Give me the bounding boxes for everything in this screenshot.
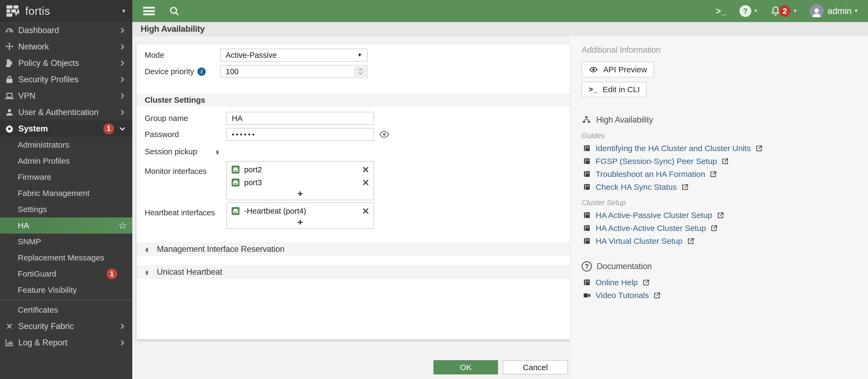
- cluster-setup-label: Cluster Setup: [582, 199, 868, 207]
- sidebar-item-system[interactable]: System 1: [0, 120, 132, 137]
- cluster-setup-link[interactable]: HA Virtual Cluster Setup: [596, 236, 682, 246]
- online-help-link[interactable]: Online Help: [596, 278, 638, 287]
- sidebar-header[interactable]: fortis ▼: [0, 0, 132, 22]
- external-link-icon: [642, 279, 650, 286]
- heartbeat-interfaces-row: Heartbeat interfaces -Heartbeat (port4) …: [136, 202, 570, 229]
- guide-link[interactable]: Troubleshoot an HA Formation: [596, 169, 705, 179]
- submenu-item-ha-active[interactable]: HA ☆: [0, 217, 132, 233]
- device-priority-row: Device priority i 100: [136, 65, 570, 78]
- guide-link[interactable]: Identifying the HA Cluster and Cluster U…: [596, 144, 751, 153]
- show-password-eye-icon[interactable]: [379, 129, 390, 140]
- form-actions: OK Cancel: [132, 360, 570, 374]
- external-link-icon: [717, 212, 725, 219]
- external-link-icon: [687, 238, 695, 245]
- book-icon: [583, 183, 591, 191]
- cluster-setup-link[interactable]: HA Active-Passive Cluster Setup: [596, 211, 712, 220]
- additional-information-heading: Additional Information: [582, 45, 868, 55]
- documentation-title: Documentation: [597, 261, 652, 271]
- info-icon[interactable]: i: [197, 67, 206, 76]
- submenu-item-settings[interactable]: Settings: [0, 201, 132, 217]
- sidebar-item-user-authentication[interactable]: User & Authentication: [0, 104, 132, 120]
- add-interface-button[interactable]: +: [227, 217, 373, 227]
- search-icon[interactable]: [169, 6, 180, 17]
- cluster-sitemap-icon: [582, 116, 591, 124]
- submenu-label: Certificates: [18, 305, 58, 315]
- password-input[interactable]: ••••••: [226, 128, 374, 141]
- edit-in-cli-button[interactable]: >_ Edit in CLI: [582, 82, 647, 97]
- notifications-menu[interactable]: 2 ▼: [770, 5, 797, 17]
- interface-name: port3: [244, 178, 262, 187]
- sidebar-item-vpn[interactable]: VPN: [0, 88, 132, 104]
- document-icon: [5, 58, 17, 68]
- edit-in-cli-label: Edit in CLI: [602, 85, 640, 94]
- interface-entry-heartbeat[interactable]: -Heartbeat (port4): [227, 204, 373, 217]
- sidebar-item-label: Network: [18, 42, 49, 52]
- interface-entry-port2[interactable]: port2: [227, 163, 373, 176]
- cluster-setup-link[interactable]: HA Active-Active Cluster Setup: [596, 224, 706, 233]
- ok-button[interactable]: OK: [433, 360, 498, 374]
- vdom-caret-icon[interactable]: ▼: [121, 8, 126, 14]
- submenu-item-feature-visibility[interactable]: Feature Visibility: [0, 282, 132, 298]
- ha-form-card: Mode Active-Passive ▼ Device priority i …: [136, 44, 570, 340]
- add-interface-button[interactable]: +: [227, 189, 373, 199]
- remove-icon[interactable]: [362, 179, 369, 186]
- favorite-star-icon[interactable]: ☆: [118, 220, 127, 231]
- api-preview-label: API Preview: [603, 65, 647, 74]
- external-link-icon: [709, 170, 717, 178]
- mode-select[interactable]: Active-Passive ▼: [220, 49, 368, 62]
- monitor-interfaces-label: Monitor interfaces: [145, 167, 226, 176]
- sidebar-item-security-fabric[interactable]: Security Fabric: [0, 318, 132, 335]
- number-stepper[interactable]: [354, 66, 366, 76]
- submenu-item-admin-profiles[interactable]: Admin Profiles: [0, 153, 132, 169]
- chevron-right-icon: [119, 339, 126, 346]
- book-icon: [583, 211, 591, 219]
- external-link-icon: [721, 158, 729, 165]
- section-management-interface-reservation[interactable]: ◐ Management Interface Reservation: [136, 242, 570, 256]
- submenu-divider: [0, 300, 132, 300]
- submenu-item-certificates[interactable]: Certificates: [0, 302, 132, 318]
- sidebar-item-label: VPN: [18, 91, 35, 101]
- submenu-item-snmp[interactable]: SNMP: [0, 233, 132, 250]
- remove-icon[interactable]: [362, 208, 369, 215]
- sidebar-item-label: Policy & Objects: [18, 58, 79, 68]
- submenu-item-firmware[interactable]: Firmware: [0, 169, 132, 185]
- help-menu[interactable]: ? ▼: [740, 5, 758, 17]
- help-panel: Additional Information API Preview >_ Ed…: [570, 36, 868, 379]
- section-unicast-heartbeat[interactable]: ◐ Unicast Heartbeat: [136, 265, 570, 279]
- monitor-interfaces-row: Monitor interfaces port2: [136, 161, 570, 200]
- mode-value: Active-Passive: [226, 51, 277, 60]
- guides-label: Guides: [582, 132, 868, 140]
- ethernet-port-icon: [231, 178, 240, 187]
- sidebar-item-policy-objects[interactable]: Policy & Objects: [0, 55, 132, 71]
- hamburger-menu-icon[interactable]: [143, 7, 155, 15]
- video-camera-icon: [583, 291, 591, 299]
- guide-link[interactable]: Check HA Sync Status: [596, 183, 677, 192]
- api-preview-button[interactable]: API Preview: [582, 62, 654, 77]
- video-tutorials-link[interactable]: Video Tutorials: [596, 291, 649, 300]
- admin-menu[interactable]: admin ▼: [810, 4, 858, 18]
- device-priority-input[interactable]: 100: [220, 65, 368, 78]
- guide-link[interactable]: FGSP (Session-Sync) Peer Setup: [596, 157, 717, 166]
- submenu-label: Administrators: [18, 140, 69, 150]
- submenu-item-administrators[interactable]: Administrators: [0, 137, 132, 153]
- sidebar-item-security-profiles[interactable]: Security Profiles: [0, 71, 132, 88]
- remove-icon[interactable]: [362, 166, 369, 173]
- interface-entry-port3[interactable]: port3: [227, 176, 373, 189]
- admin-username: admin: [827, 6, 851, 16]
- ethernet-port-icon: [231, 165, 240, 174]
- cli-console-icon[interactable]: >_: [716, 6, 727, 16]
- password-row: Password ••••••: [136, 128, 570, 141]
- gauge-icon: [5, 26, 17, 35]
- sidebar-item-label: System: [18, 124, 48, 134]
- group-name-input[interactable]: HA: [226, 112, 374, 125]
- submenu-item-fabric-management[interactable]: Fabric Management: [0, 185, 132, 201]
- sidebar-item-label: Dashboard: [18, 26, 59, 35]
- cancel-button[interactable]: Cancel: [503, 360, 568, 374]
- sidebar-item-log-report[interactable]: Log & Report: [0, 335, 132, 351]
- submenu-item-replacement-messages[interactable]: Replacement Messages: [0, 250, 132, 266]
- eye-icon: [589, 65, 598, 74]
- sidebar-item-network[interactable]: Network: [0, 38, 132, 55]
- submenu-item-fortiguard[interactable]: FortiGuard 1: [0, 266, 132, 282]
- session-pickup-toggle-icon[interactable]: ◑: [214, 147, 219, 157]
- sidebar-item-dashboard[interactable]: Dashboard: [0, 22, 132, 38]
